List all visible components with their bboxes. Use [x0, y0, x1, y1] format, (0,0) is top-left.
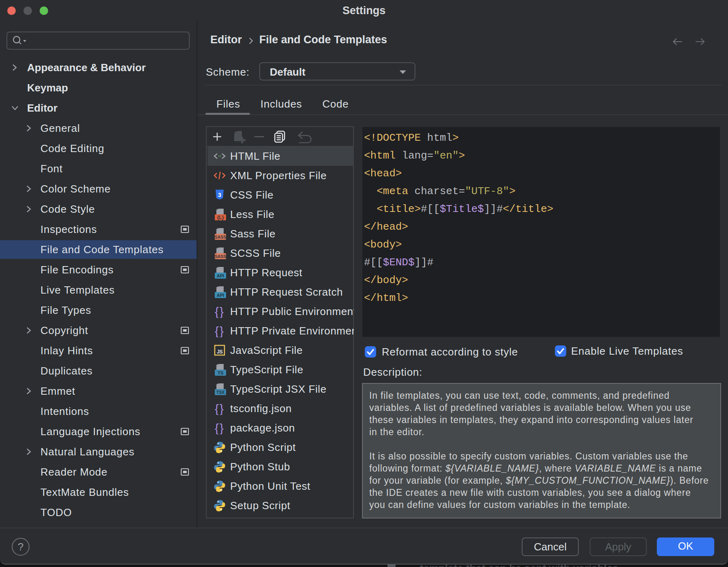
- svg-text:{}: {}: [215, 421, 224, 434]
- svg-text:API: API: [217, 273, 224, 278]
- svg-text:JS: JS: [217, 349, 223, 355]
- svg-text:SASS: SASS: [215, 254, 226, 259]
- svg-text:API: API: [217, 293, 224, 298]
- svg-text:SASS: SASS: [215, 235, 226, 239]
- svg-text:{}: {}: [215, 324, 224, 337]
- svg-text:TS: TS: [218, 370, 224, 375]
- svg-text:{}: {}: [215, 402, 224, 415]
- svg-text:{L}: {L}: [217, 215, 224, 220]
- svg-text:TSX: TSX: [216, 390, 224, 395]
- svg-text:{}: {}: [215, 305, 224, 318]
- svg-text:3: 3: [218, 191, 221, 198]
